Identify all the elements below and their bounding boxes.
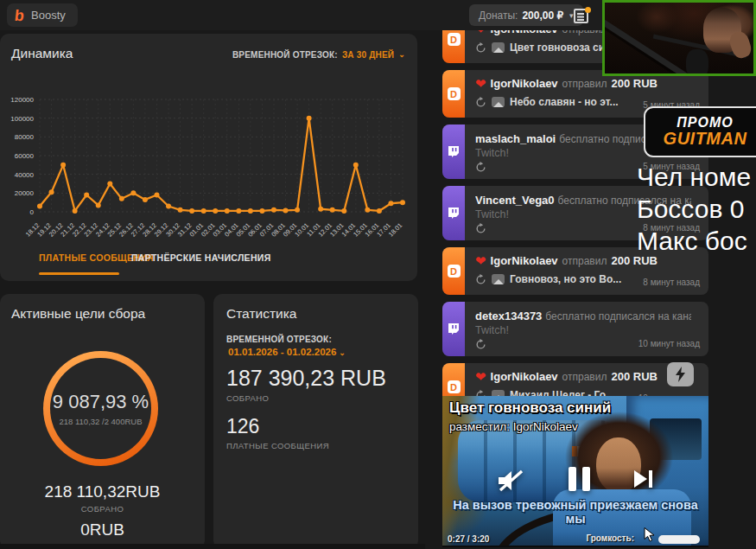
donation-action: отправил: [562, 78, 607, 90]
goal-remaining-value: 0RUB: [0, 520, 205, 539]
platform-label: Twitch!: [475, 324, 509, 336]
promo-guitman-badge: ПРОМО GUITMAN: [644, 106, 756, 157]
promo-line2: GUITMAN: [664, 130, 747, 148]
stats-period-value: 01.01.2026 - 01.02.2026: [228, 347, 336, 357]
donations-dropdown[interactable]: Донаты: 200,00 ₽ ▾: [469, 4, 583, 26]
mouse-cursor: [644, 527, 655, 546]
donations-value: 200,00 ₽: [522, 10, 563, 22]
stats-period-selector[interactable]: 01.01.2026 - 01.02.2026⌄: [228, 347, 346, 357]
boosty-icon: D: [442, 70, 465, 118]
statistics-panel: Статистика ВРЕМЕННОЙ ОТРЕЗОК: 01.01.2026…: [213, 294, 418, 549]
next-track-button[interactable]: [634, 470, 652, 488]
next-triangle-icon: [634, 470, 647, 488]
lightning-icon: [675, 367, 686, 382]
donation-action: отправил: [562, 371, 607, 383]
stream-overlay-text: Чел номе Боссов 0 Макс бос: [637, 161, 751, 257]
replay-icon[interactable]: [475, 222, 486, 238]
twitch-glyph: [448, 322, 460, 335]
period-label: ВРЕМЕННОЙ ОТРЕЗОК:: [232, 50, 338, 60]
next-bar-icon: [649, 470, 652, 488]
donation-amount: 200 RUB: [611, 370, 657, 383]
dynamics-panel: Динамика ВРЕМЕННОЙ ОТРЕЗОК: ЗА 30 ДНЕЙ ⌄…: [0, 34, 417, 281]
volume-slider[interactable]: [658, 535, 700, 544]
microphone: [686, 49, 708, 76]
pause-button[interactable]: [569, 467, 590, 491]
goal-progress-inner: 9 087,93 % 218 110,32 /2 400RUB: [50, 358, 151, 459]
twitch-glyph: [448, 207, 460, 220]
svg-text:80000: 80000: [15, 133, 35, 141]
replay-icon[interactable]: [475, 274, 486, 285]
boosty-icon: D: [442, 247, 465, 295]
muted-speaker-icon[interactable]: [496, 469, 525, 496]
line-chart-svg: 02000040000600008000010000012000018.1219…: [0, 87, 416, 248]
volume-label: Громкость:: [586, 533, 634, 543]
subscriber-name: detex134373: [475, 310, 542, 322]
subscription-action: бесплатно подписался на канал: [545, 310, 691, 322]
subscriber-name: Vincent_Vega0: [475, 194, 555, 207]
active-tab-underline: [39, 272, 119, 275]
boosty-dashboard: D ❤ IgorNikolaev отправил 200 RUB Цвет г…: [0, 0, 756, 549]
donor-name: IgorNikolaev: [491, 77, 558, 90]
stats-period-label: ВРЕМЕННОЙ ОТРЕЗОК:: [226, 335, 332, 344]
donation-header-row: ❤ IgorNikolaev отправил 200 RUB: [475, 254, 658, 267]
player-bottom-bar: [442, 546, 708, 547]
replay-icon[interactable]: [475, 97, 486, 108]
news-notifications-icon[interactable]: [572, 7, 591, 24]
boosty-glyph: D: [448, 380, 461, 393]
donation-track-row: Цвет говновоза син...: [475, 41, 619, 54]
donor-name: IgorNikolaev: [491, 370, 558, 383]
karaoke-subtitle: На вызов тревожный приезжаем снова мы: [442, 498, 708, 526]
player-track-title: Цвет говновоза синий: [449, 399, 611, 417]
svg-text:20000: 20000: [15, 189, 35, 197]
track-title: Небо славян - но эт...: [510, 96, 619, 108]
boosty-home-button[interactable]: b Boosty: [7, 3, 78, 27]
thumbnail-icon: [492, 97, 505, 107]
goal-percent: 9 087,93 %: [53, 391, 149, 413]
chevron-down-icon: ⌄: [398, 50, 405, 60]
overlay-text-line: Боссов 0: [637, 193, 751, 225]
heart-icon: ❤: [475, 254, 486, 267]
goals-title: Активные цели сбора: [11, 306, 145, 322]
goal-collected-label: СОБРАНО: [0, 504, 205, 514]
donations-label: Донаты:: [479, 10, 518, 22]
boosty-flame-icon: b: [14, 8, 25, 23]
donation-header-row: ❤ IgorNikolaev отправил 200 RUB: [475, 370, 658, 383]
dynamics-title: Динамика: [11, 46, 73, 61]
goal-progress-detail: 218 110,32 /2 400RUB: [60, 417, 143, 426]
twitch-icon: [442, 302, 465, 356]
subscriber-name: maslach_maloi: [475, 132, 556, 145]
thumbnail-icon: [492, 42, 505, 53]
chevron-down-icon: ⌄: [339, 348, 346, 357]
donation-track-row: Говновоз, но это Во...: [475, 273, 621, 285]
svg-text:40000: 40000: [15, 171, 35, 179]
period-value: ЗА 30 ДНЕЙ: [342, 50, 394, 60]
player-submitted-by: разместил: IgorNikolaev: [449, 420, 578, 433]
tab-partner-accruals[interactable]: ПАРТНЁРСКИЕ НАЧИСЛЕНИЯ: [131, 252, 270, 263]
stats-messages-label: ПЛАТНЫЕ СООБЩЕНИЯ: [226, 441, 329, 450]
page-bottom-strip: [0, 544, 425, 549]
active-goals-panel: Активные цели сбора 9 087,93 % 218 110,3…: [0, 294, 205, 549]
stats-collected-value: 187 390,23 RUB: [226, 366, 386, 391]
boosty-glyph: D: [448, 33, 461, 46]
heart-icon: ❤: [475, 370, 486, 383]
twitch-icon: [442, 186, 465, 240]
player-time: 0:27 / 3:20: [448, 534, 489, 544]
twitch-icon: [442, 124, 465, 179]
feed-item-twitch-sub[interactable]: detex134373бесплатно подписался на канал…: [442, 302, 708, 356]
replay-icon[interactable]: [475, 42, 486, 54]
heart-icon: ❤: [475, 77, 486, 90]
brand-label: Boosty: [31, 9, 66, 22]
thumbnail-icon: [492, 274, 505, 284]
period-selector[interactable]: ВРЕМЕННОЙ ОТРЕЗОК: ЗА 30 ДНЕЙ ⌄: [232, 50, 405, 60]
svg-text:100000: 100000: [10, 115, 34, 123]
track-title: Говновоз, но это Во...: [510, 273, 621, 285]
media-player-overlay[interactable]: Цвет говновоза синий разместил: IgorNiko…: [442, 396, 708, 547]
donation-track-row: Небо славян - но эт...: [475, 96, 619, 108]
replay-icon[interactable]: [475, 161, 486, 176]
webcam-overlay: [602, 0, 756, 76]
promo-line1: ПРОМО: [677, 116, 733, 131]
timestamp: 10 минут назад: [638, 339, 700, 348]
quick-action-lightning-button[interactable]: [667, 362, 694, 386]
replay-icon[interactable]: [475, 338, 486, 354]
svg-text:18.01: 18.01: [387, 221, 404, 239]
